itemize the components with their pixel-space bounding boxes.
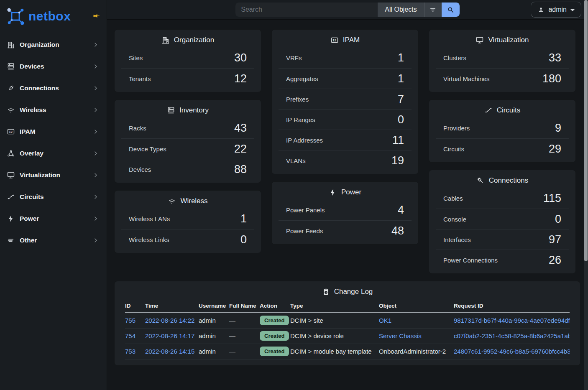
change-full-name: — bbox=[229, 332, 235, 339]
change-time-link[interactable]: 2022-08-26 14:15 bbox=[145, 348, 194, 355]
sidebar-item-virtualization[interactable]: Virtualization bbox=[0, 164, 107, 186]
change-time-link[interactable]: 2022-08-26 14:22 bbox=[145, 317, 194, 324]
sidebar-item-devices[interactable]: Devices bbox=[0, 56, 107, 77]
stat-label: Wireless Links bbox=[129, 236, 169, 243]
stat-row-sites[interactable]: Sites 30 bbox=[121, 48, 254, 68]
page-scrollbar-track[interactable] bbox=[584, 0, 588, 390]
sidebar-item-other[interactable]: Other bbox=[0, 229, 107, 251]
sidebar-item-label: Power bbox=[20, 215, 92, 222]
stat-value: 115 bbox=[543, 192, 561, 205]
card-virtualization: Virtualization Clusters 33 Virtual Machi… bbox=[429, 29, 576, 92]
dashboard-column-3: Virtualization Clusters 33 Virtual Machi… bbox=[429, 29, 576, 274]
filter-button[interactable] bbox=[424, 3, 442, 17]
stat-row-clusters[interactable]: Clusters 33 bbox=[436, 48, 569, 68]
main-content: Organization Sites 30 Tenants 12 Inv bbox=[107, 0, 588, 366]
stat-label: VRFs bbox=[286, 54, 302, 61]
stat-row-console[interactable]: Console 0 bbox=[436, 209, 569, 229]
counter-icon bbox=[7, 127, 15, 136]
card-change-log: Change Log ID Time Username Full Name Ac… bbox=[114, 281, 580, 366]
change-type: DCIM > module bay template bbox=[290, 348, 372, 355]
clipboard-clock-icon bbox=[322, 288, 330, 296]
sidebar-item-power[interactable]: Power bbox=[0, 208, 107, 229]
stat-label: Device Types bbox=[129, 145, 166, 153]
user-menu-button[interactable]: admin bbox=[531, 2, 581, 18]
change-id-link[interactable]: 754 bbox=[125, 332, 135, 339]
stat-value: 4 bbox=[398, 204, 404, 217]
stat-row-ip-ranges[interactable]: IP Ranges 0 bbox=[279, 109, 412, 130]
stat-value: 33 bbox=[549, 51, 561, 64]
stat-row-wireless-lans[interactable]: Wireless LANs 1 bbox=[121, 209, 254, 229]
stat-row-power-connections[interactable]: Power Connections 26 bbox=[436, 250, 569, 270]
column-header-object: Object bbox=[379, 298, 454, 313]
page-scrollbar-thumb[interactable] bbox=[584, 0, 588, 261]
person-icon bbox=[537, 6, 545, 13]
stat-row-interfaces[interactable]: Interfaces 97 bbox=[436, 229, 569, 250]
stat-value: 48 bbox=[391, 224, 404, 237]
search-input[interactable] bbox=[235, 3, 378, 17]
sidebar-header: netbox bbox=[0, 0, 107, 33]
stat-label: Circuits bbox=[443, 145, 464, 153]
stat-row-power-panels[interactable]: Power Panels 4 bbox=[279, 200, 412, 220]
stat-value: 0 bbox=[555, 213, 561, 226]
dashboard-column-2: IPAM VRFs 1 Aggregates 1 Prefixes 7 bbox=[271, 29, 419, 274]
sidebar-item-overlay[interactable]: Overlay bbox=[0, 143, 107, 164]
sidebar-item-ipam[interactable]: IPAM bbox=[0, 121, 107, 143]
sidebar-item-connections[interactable]: Connections bbox=[0, 77, 107, 99]
stat-row-devices[interactable]: Devices 88 bbox=[121, 159, 254, 179]
card-inventory-header: Inventory bbox=[115, 100, 261, 117]
search-submit-button[interactable] bbox=[442, 3, 460, 17]
request-id-link[interactable]: c07f0ab2-2351-4c58-825a-8b6a2425a1ab bbox=[454, 332, 570, 339]
stat-row-providers[interactable]: Providers 9 bbox=[436, 118, 569, 138]
stat-label: Power Connections bbox=[443, 257, 498, 264]
sidebar-item-circuits[interactable]: Circuits bbox=[0, 186, 107, 208]
stat-label: Power Feeds bbox=[286, 227, 323, 235]
stat-value: 180 bbox=[542, 72, 561, 85]
change-id-link[interactable]: 755 bbox=[125, 317, 135, 324]
card-wireless-header: Wireless bbox=[115, 191, 261, 208]
netbox-logo[interactable]: netbox bbox=[6, 7, 71, 26]
stat-row-tenants[interactable]: Tenants 12 bbox=[121, 68, 254, 89]
pin-sidebar-button[interactable] bbox=[92, 12, 101, 20]
change-time-link[interactable]: 2022-08-26 14:17 bbox=[145, 332, 194, 339]
user-menu-label: admin bbox=[548, 6, 567, 13]
card-title: Power bbox=[341, 188, 361, 196]
stat-row-power-feeds[interactable]: Power Feeds 48 bbox=[279, 220, 412, 241]
stat-value: 29 bbox=[549, 143, 561, 155]
stat-label: Interfaces bbox=[443, 236, 471, 243]
stat-row-vrfs[interactable]: VRFs 1 bbox=[279, 48, 412, 68]
chevron-right-icon bbox=[92, 150, 99, 157]
stat-label: Clusters bbox=[443, 54, 466, 61]
dashboard-column-1: Organization Sites 30 Tenants 12 Inv bbox=[114, 29, 261, 274]
stat-label: Console bbox=[443, 216, 466, 223]
change-id-link[interactable]: 753 bbox=[125, 348, 135, 355]
column-header-action: Action bbox=[260, 298, 290, 313]
sidebar-item-label: Organization bbox=[20, 41, 92, 48]
change-type: DCIM > site bbox=[290, 317, 323, 324]
sidebar-item-wireless[interactable]: Wireless bbox=[0, 99, 107, 121]
stat-row-circuits[interactable]: Circuits 29 bbox=[436, 138, 569, 159]
stat-row-vlans[interactable]: VLANs 19 bbox=[279, 150, 412, 171]
stat-row-device-types[interactable]: Device Types 22 bbox=[121, 138, 254, 159]
stat-row-aggregates[interactable]: Aggregates 1 bbox=[279, 68, 412, 89]
sidebar-item-organization[interactable]: Organization bbox=[0, 34, 107, 56]
stat-value: 0 bbox=[240, 233, 247, 246]
stat-row-racks[interactable]: Racks 43 bbox=[121, 118, 254, 138]
action-badge: Created bbox=[260, 347, 289, 356]
topbar: All Objects admin bbox=[107, 0, 588, 20]
stat-row-ip-addresses[interactable]: IP Addresses 11 bbox=[279, 130, 412, 150]
card-connections-header: Connections bbox=[429, 170, 575, 187]
change-object-link[interactable]: OK1 bbox=[379, 317, 391, 324]
stat-row-prefixes[interactable]: Prefixes 7 bbox=[279, 89, 412, 109]
change-log-row: 754 2022-08-26 14:17 admin — Created DCI… bbox=[125, 328, 570, 344]
stat-value: 19 bbox=[391, 154, 404, 167]
sidebar-item-label: IPAM bbox=[20, 128, 92, 135]
monitor-icon bbox=[7, 171, 15, 179]
search-scope-dropdown[interactable]: All Objects bbox=[378, 3, 424, 17]
stat-row-virtual-machines[interactable]: Virtual Machines 180 bbox=[436, 68, 569, 89]
stat-row-wireless-links[interactable]: Wireless Links 0 bbox=[121, 229, 254, 250]
stat-row-cables[interactable]: Cables 115 bbox=[436, 188, 569, 209]
plug-icon bbox=[7, 84, 15, 92]
request-id-link[interactable]: 24807c61-9952-49c6-b8a5-69760bfcc4b3 bbox=[454, 348, 570, 355]
change-object-link[interactable]: Server Chassis bbox=[379, 332, 422, 339]
request-id-link[interactable]: 9817317d-b67f-440a-99ca-4ae07ede94df bbox=[454, 317, 570, 324]
